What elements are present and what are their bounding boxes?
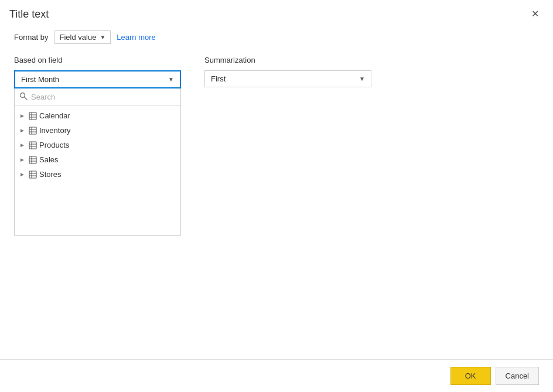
tree-list: ► Calendar ► Inventory	[15, 106, 180, 235]
expand-arrow-icon: ►	[19, 142, 26, 148]
columns-row: Based on field First Month ▼	[14, 56, 539, 236]
summarization-arrow: ▼	[359, 76, 365, 82]
field-selected-value: First Month	[21, 75, 59, 84]
table-icon	[29, 141, 37, 149]
format-by-arrow: ▼	[100, 34, 105, 40]
summarization-dropdown: First ▼	[204, 70, 371, 87]
item-label: Sales	[39, 155, 59, 164]
expand-arrow-icon: ►	[19, 113, 26, 119]
svg-rect-14	[29, 156, 36, 163]
dialog-footer: OK Cancel	[0, 359, 553, 392]
format-row: Format by Field value ▼ Learn more	[14, 30, 539, 44]
svg-rect-18	[29, 171, 36, 178]
based-on-field-column: Based on field First Month ▼	[14, 56, 181, 236]
svg-rect-2	[29, 113, 36, 120]
field-dropdown-header[interactable]: First Month ▼	[14, 70, 181, 88]
list-item[interactable]: ► Calendar	[15, 108, 180, 123]
item-label: Calendar	[39, 111, 70, 120]
table-icon	[29, 112, 37, 120]
svg-rect-10	[29, 142, 36, 149]
ok-button[interactable]: OK	[450, 367, 491, 385]
format-by-label: Format by	[14, 33, 49, 42]
list-item[interactable]: ► Products	[15, 138, 180, 152]
learn-more-link[interactable]: Learn more	[117, 33, 155, 42]
search-icon	[19, 92, 28, 102]
list-item[interactable]: ► Inventory	[15, 123, 180, 138]
field-dropdown-list: ► Calendar ► Inventory	[14, 88, 181, 236]
format-by-value: Field value	[60, 33, 97, 42]
search-box	[15, 88, 180, 106]
dialog: Title text ✕ Format by Field value ▼ Lea…	[0, 0, 553, 392]
svg-rect-6	[29, 127, 36, 134]
title-bar: Title text ✕	[0, 0, 553, 21]
expand-arrow-icon: ►	[19, 156, 26, 163]
dialog-title: Title text	[9, 8, 49, 21]
expand-arrow-icon: ►	[19, 127, 26, 134]
close-button[interactable]: ✕	[527, 7, 544, 21]
item-label: Stores	[39, 170, 62, 179]
list-item[interactable]: ► Sales	[15, 152, 180, 167]
summarization-value: First	[211, 74, 226, 83]
table-icon	[29, 127, 37, 135]
table-icon	[29, 171, 37, 179]
search-input[interactable]	[31, 93, 176, 101]
cancel-button[interactable]: Cancel	[496, 367, 539, 385]
field-dropdown: First Month ▼	[14, 70, 181, 236]
item-label: Products	[39, 141, 69, 149]
list-item[interactable]: ► Stores	[15, 167, 180, 182]
summarization-dropdown-header[interactable]: First ▼	[204, 70, 371, 87]
expand-arrow-icon: ►	[19, 171, 26, 178]
summarization-label: Summarization	[204, 56, 371, 64]
summarization-column: Summarization First ▼	[204, 56, 371, 236]
item-label: Inventory	[39, 126, 70, 135]
field-dropdown-arrow: ▼	[168, 76, 174, 83]
dialog-body: Format by Field value ▼ Learn more Based…	[0, 21, 553, 359]
based-on-field-label: Based on field	[14, 56, 181, 64]
table-icon	[29, 156, 37, 164]
format-by-select[interactable]: Field value ▼	[54, 30, 111, 44]
svg-line-1	[25, 97, 27, 100]
